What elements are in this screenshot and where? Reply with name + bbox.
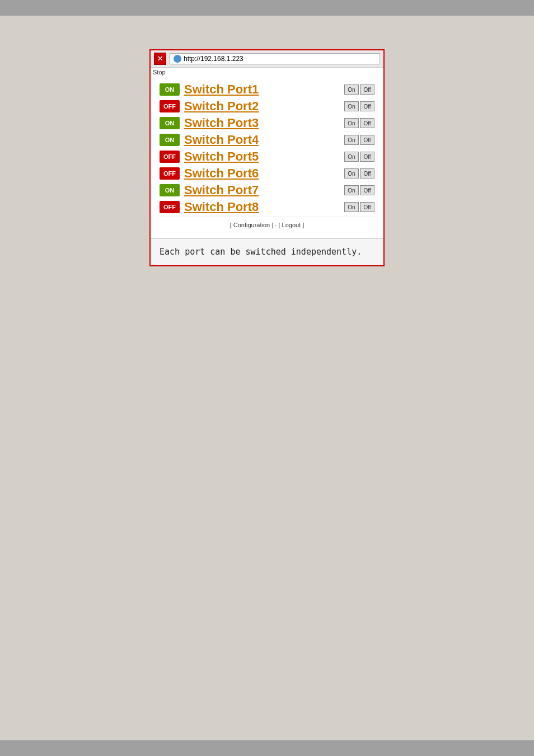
browser-window: ✕ http://192.168.1.223 Stop ONSwitch Por…: [149, 49, 385, 266]
port-name-7[interactable]: Switch Port7: [184, 183, 340, 198]
status-badge-4: ON: [160, 134, 180, 146]
status-badge-6: OFF: [160, 167, 180, 180]
port-row-4: ONSwitch Port4OnOff: [160, 133, 374, 147]
port-row-2: OFFSwitch Port2OnOff: [160, 99, 374, 114]
status-badge-8: OFF: [160, 201, 180, 213]
status-badge-5: OFF: [160, 151, 180, 163]
port-name-6[interactable]: Switch Port6: [184, 166, 340, 181]
ports-container: ONSwitch Port1OnOffOFFSwitch Port2OnOffO…: [160, 82, 374, 214]
off-button-5[interactable]: Off: [360, 152, 374, 162]
top-bar: [0, 0, 534, 16]
main-content: ✕ http://192.168.1.223 Stop ONSwitch Por…: [0, 16, 534, 289]
description-text: Each port can be switched independently.: [160, 247, 362, 257]
url-bar: http://192.168.1.223: [170, 53, 380, 64]
port-row-7: ONSwitch Port7OnOff: [160, 183, 374, 198]
on-button-1[interactable]: On: [344, 84, 359, 95]
configuration-link[interactable]: [ Configuration ]: [230, 222, 274, 228]
on-button-2[interactable]: On: [344, 101, 359, 111]
on-button-6[interactable]: On: [344, 168, 359, 179]
port-controls-6: OnOff: [344, 168, 374, 179]
port-row-8: OFFSwitch Port8OnOff: [160, 200, 374, 214]
off-button-7[interactable]: Off: [360, 185, 374, 195]
browser-body: ONSwitch Port1OnOffOFFSwitch Port2OnOffO…: [151, 77, 383, 238]
logout-link[interactable]: [ Logout ]: [278, 222, 304, 228]
url-icon: [174, 55, 181, 63]
status-badge-2: OFF: [160, 100, 180, 112]
port-controls-8: OnOff: [344, 202, 374, 212]
on-button-8[interactable]: On: [344, 202, 359, 212]
status-badge-3: ON: [160, 117, 180, 129]
status-badge-7: ON: [160, 184, 180, 196]
description-box: Each port can be switched independently.: [151, 238, 383, 265]
port-controls-7: OnOff: [344, 185, 374, 195]
on-button-3[interactable]: On: [344, 118, 359, 128]
on-button-5[interactable]: On: [344, 152, 359, 162]
close-button[interactable]: ✕: [154, 53, 166, 65]
off-button-8[interactable]: Off: [360, 202, 374, 212]
port-row-3: ONSwitch Port3OnOff: [160, 116, 374, 130]
footer-separator: ·: [275, 222, 277, 228]
port-name-5[interactable]: Switch Port5: [184, 149, 340, 164]
port-name-2[interactable]: Switch Port2: [184, 99, 340, 114]
port-controls-4: OnOff: [344, 135, 374, 145]
port-row-1: ONSwitch Port1OnOff: [160, 82, 374, 97]
off-button-6[interactable]: Off: [360, 168, 374, 179]
port-row-6: OFFSwitch Port6OnOff: [160, 166, 374, 181]
port-controls-2: OnOff: [344, 101, 374, 111]
port-name-3[interactable]: Switch Port3: [184, 116, 340, 130]
off-button-4[interactable]: Off: [360, 135, 374, 145]
on-button-7[interactable]: On: [344, 185, 359, 195]
off-button-1[interactable]: Off: [360, 84, 374, 95]
port-controls-1: OnOff: [344, 84, 374, 95]
bottom-bar: [0, 740, 534, 756]
port-name-4[interactable]: Switch Port4: [184, 133, 340, 147]
port-name-1[interactable]: Switch Port1: [184, 82, 340, 97]
status-badge-1: ON: [160, 83, 180, 96]
stop-label: Stop: [151, 68, 383, 77]
port-controls-3: OnOff: [344, 118, 374, 128]
port-controls-5: OnOff: [344, 152, 374, 162]
browser-toolbar: ✕ http://192.168.1.223: [151, 50, 383, 68]
off-button-2[interactable]: Off: [360, 101, 374, 111]
footer-links: [ Configuration ] · [ Logout ]: [160, 217, 374, 231]
on-button-4[interactable]: On: [344, 135, 359, 145]
off-button-3[interactable]: Off: [360, 118, 374, 128]
port-row-5: OFFSwitch Port5OnOff: [160, 149, 374, 164]
url-text: http://192.168.1.223: [184, 55, 243, 63]
port-name-8[interactable]: Switch Port8: [184, 200, 340, 214]
